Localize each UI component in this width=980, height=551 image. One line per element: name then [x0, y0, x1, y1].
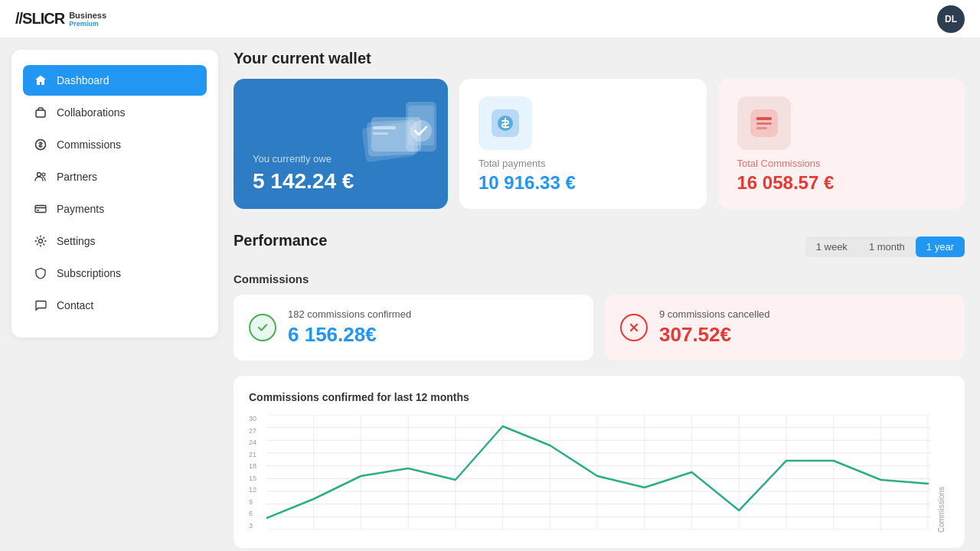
- chart-container: Commissions confirmed for last 12 months…: [234, 376, 965, 548]
- svg-point-3: [42, 173, 45, 176]
- svg-rect-4: [35, 206, 46, 213]
- chart-svg: [266, 415, 931, 530]
- wallet-card-commissions: Total Commissions 16 058.57 €: [718, 79, 965, 209]
- wallet-illustration: [348, 86, 440, 171]
- commissions-card-label: Total Commissions: [737, 158, 946, 169]
- avatar[interactable]: DL: [937, 5, 965, 33]
- y-axis: 30 27 24 21 18 15 12 9 6 3: [249, 415, 260, 530]
- business-label: Business: [69, 11, 106, 20]
- sidebar-item-commissions[interactable]: Commissions: [23, 129, 207, 160]
- performance-title: Performance: [234, 232, 327, 249]
- cancelled-amount: 307.52€: [659, 323, 770, 347]
- commissions-card-amount: 16 058.57 €: [737, 172, 946, 194]
- payments-amount: 10 916.33 €: [479, 172, 688, 194]
- commissions-section-label: Commissions: [234, 272, 965, 285]
- sidebar-item-dashboard[interactable]: Dashboard: [23, 65, 207, 96]
- svg-point-2: [38, 173, 41, 177]
- commission-cancelled-info: 9 commissions cancelled 307.52€: [659, 308, 770, 347]
- filter-1week[interactable]: 1 week: [805, 236, 858, 257]
- wallet-title: Your current wallet: [234, 50, 965, 67]
- svg-rect-20: [756, 127, 767, 129]
- dollar-circle-icon: [34, 138, 47, 152]
- sidebar-label-subscriptions: Subscriptions: [57, 267, 121, 279]
- owe-amount: 5 142.24 €: [253, 169, 429, 194]
- logo-business: Business Premium: [69, 11, 106, 28]
- sidebar-item-settings[interactable]: Settings: [23, 226, 207, 256]
- sidebar-label-collaborations: Collaborations: [57, 106, 126, 119]
- time-filters: 1 week 1 month 1 year: [805, 236, 965, 257]
- home-icon: [34, 73, 47, 87]
- sidebar-label-commissions: Commissions: [57, 139, 121, 151]
- confirmed-count: 182 commissions confirmed: [288, 308, 411, 320]
- payments-label: Total payments: [479, 158, 688, 169]
- payments-icon: [479, 96, 532, 150]
- filter-1year[interactable]: 1 year: [916, 236, 965, 257]
- payments-icon-container: [479, 96, 688, 150]
- people-icon: [34, 170, 47, 184]
- sidebar-label-contact: Contact: [57, 299, 93, 311]
- svg-rect-5: [37, 210, 39, 211]
- svg-rect-18: [756, 117, 772, 120]
- cancelled-count: 9 commissions cancelled: [659, 308, 770, 320]
- main-content: Your current wallet: [230, 38, 980, 551]
- logo-text: //SLICR: [15, 10, 64, 28]
- shield-icon: [34, 266, 47, 280]
- chart-svg-area: [266, 415, 931, 533]
- chart-title: Commissions confirmed for last 12 months: [249, 391, 949, 403]
- check-icon: [249, 314, 276, 341]
- card-icon: [34, 202, 47, 216]
- sidebar-label-partners: Partners: [57, 171, 97, 183]
- logo: //SLICR Business Premium: [15, 10, 106, 28]
- sidebar-label-dashboard: Dashboard: [57, 74, 109, 86]
- wallet-cards: You currently owe 5 142.24 € Total payme…: [234, 79, 965, 209]
- sidebar-item-contact[interactable]: Contact: [23, 290, 207, 321]
- gear-icon: [34, 234, 47, 248]
- chat-icon: [34, 298, 47, 312]
- y-axis-label: Commissions: [937, 415, 949, 533]
- premium-label: Premium: [69, 20, 106, 28]
- wallet-card-owe: You currently owe 5 142.24 €: [234, 79, 448, 209]
- commission-confirmed-info: 182 commissions confirmed 6 156.28€: [288, 308, 411, 347]
- sidebar-item-partners[interactable]: Partners: [23, 161, 207, 192]
- sidebar: Dashboard Collaborations Commissions: [11, 50, 218, 337]
- sidebar-label-settings: Settings: [57, 235, 96, 247]
- sidebar-item-subscriptions[interactable]: Subscriptions: [23, 258, 207, 289]
- svg-rect-19: [756, 122, 772, 125]
- layout: Dashboard Collaborations Commissions: [0, 0, 980, 551]
- x-icon: [620, 314, 648, 341]
- commission-card-cancelled: 9 commissions cancelled 307.52€: [605, 295, 965, 360]
- svg-point-14: [410, 120, 432, 142]
- chart-wrapper: 30 27 24 21 18 15 12 9 6 3: [249, 415, 949, 533]
- commissions-icon: [737, 96, 791, 150]
- commission-card-confirmed: 182 commissions confirmed 6 156.28€: [234, 295, 593, 360]
- confirmed-amount: 6 156.28€: [288, 323, 411, 347]
- svg-rect-0: [36, 110, 45, 117]
- svg-rect-10: [373, 126, 396, 129]
- sidebar-label-payments: Payments: [57, 203, 104, 215]
- header: //SLICR Business Premium DL: [0, 0, 980, 38]
- svg-point-6: [39, 240, 43, 243]
- sidebar-item-payments[interactable]: Payments: [23, 194, 207, 224]
- svg-rect-11: [373, 132, 388, 135]
- filter-1month[interactable]: 1 month: [858, 236, 916, 257]
- performance-header: Performance 1 week 1 month 1 year: [234, 232, 965, 261]
- commissions-icon-container: [737, 96, 946, 150]
- wallet-card-payments: Total payments 10 916.33 €: [459, 79, 707, 209]
- sidebar-item-collaborations[interactable]: Collaborations: [23, 97, 207, 128]
- commission-cards: 182 commissions confirmed 6 156.28€ 9 co…: [234, 295, 965, 360]
- briefcase-icon: [34, 106, 47, 119]
